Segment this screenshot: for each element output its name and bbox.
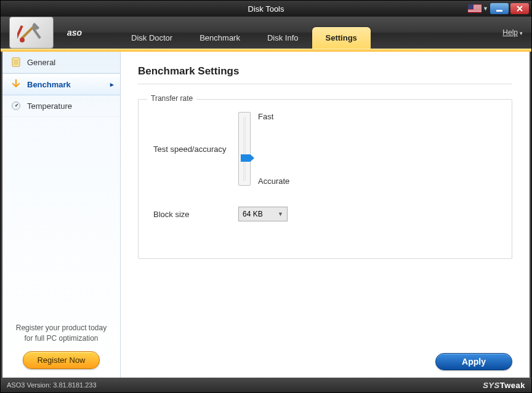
slider-labels: Fast Accurate bbox=[258, 112, 289, 186]
document-icon bbox=[11, 57, 21, 67]
help-link[interactable]: Help▾ bbox=[502, 28, 523, 37]
register-now-button[interactable]: Register Now bbox=[23, 351, 99, 369]
minimize-button[interactable] bbox=[490, 3, 509, 14]
company-logo: SYSTweak bbox=[483, 381, 525, 390]
language-selector[interactable]: ▼ bbox=[468, 4, 488, 13]
slider-thumb[interactable] bbox=[241, 154, 254, 162]
help-label: Help bbox=[502, 28, 518, 37]
close-icon bbox=[517, 6, 523, 12]
logo-area bbox=[1, 17, 62, 49]
slider-groove bbox=[243, 116, 246, 181]
status-bar: ASO3 Version: 3.81.8181.233 SYSTweak bbox=[1, 378, 531, 392]
chevron-down-icon: ▼ bbox=[278, 211, 283, 217]
apply-button[interactable]: Apply bbox=[435, 353, 512, 370]
sidebar-item-label: Temperature bbox=[27, 101, 72, 111]
flag-us-icon bbox=[468, 4, 482, 13]
block-size-select[interactable]: 64 KB ▼ bbox=[238, 207, 288, 221]
tools-icon bbox=[17, 20, 46, 45]
gauge-icon bbox=[11, 101, 21, 111]
slider-label-top: Fast bbox=[258, 112, 289, 121]
block-size-value: 64 KB bbox=[243, 210, 263, 218]
sidebar-item-label: General bbox=[27, 58, 55, 67]
group-title: Transfer rate bbox=[147, 94, 196, 103]
tab-benchmark[interactable]: Benchmark bbox=[186, 27, 254, 49]
speed-slider[interactable]: Fast Accurate bbox=[238, 112, 289, 186]
svg-point-1 bbox=[20, 38, 25, 42]
app-logo bbox=[9, 17, 54, 49]
version-text: ASO3 Version: 3.81.8181.233 bbox=[7, 381, 97, 389]
tab-disk-info[interactable]: Disk Info bbox=[254, 27, 312, 49]
transfer-rate-group: Transfer rate Test speed/accuracy Fast A… bbox=[138, 99, 512, 259]
sidebar-cta: Register your product today for full PC … bbox=[2, 314, 120, 378]
brand-text: aso bbox=[67, 28, 82, 38]
test-speed-label: Test speed/accuracy bbox=[153, 145, 238, 154]
window-title: Disk Tools bbox=[248, 4, 284, 14]
block-size-label: Block size bbox=[153, 210, 238, 219]
sidebar: General Benchmark Temperature Register y… bbox=[2, 52, 121, 378]
chevron-down-icon: ▼ bbox=[483, 6, 488, 12]
main-panel: Benchmark Settings Transfer rate Test sp… bbox=[121, 52, 530, 378]
close-button[interactable] bbox=[510, 3, 529, 14]
slider-label-bottom: Accurate bbox=[258, 177, 289, 186]
sidebar-item-label: Benchmark bbox=[27, 80, 71, 89]
block-size-row: Block size 64 KB ▼ bbox=[153, 207, 497, 221]
page-title: Benchmark Settings bbox=[138, 65, 512, 77]
chevron-down-icon: ▾ bbox=[520, 30, 523, 36]
tab-disk-doctor[interactable]: Disk Doctor bbox=[118, 27, 186, 49]
divider bbox=[138, 84, 512, 84]
titlebar-controls: ▼ bbox=[468, 3, 531, 14]
body: General Benchmark Temperature Register y… bbox=[1, 52, 531, 378]
app-window: Disk Tools ▼ aso bbox=[0, 0, 532, 393]
arrow-down-icon bbox=[11, 79, 21, 89]
sidebar-item-benchmark[interactable]: Benchmark bbox=[2, 73, 120, 95]
tab-settings[interactable]: Settings bbox=[312, 27, 371, 49]
svg-point-9 bbox=[15, 105, 17, 106]
tabs: Disk Doctor Benchmark Disk Info Settings bbox=[118, 27, 371, 49]
header: aso Disk Doctor Benchmark Disk Info Sett… bbox=[1, 17, 531, 49]
test-speed-row: Test speed/accuracy Fast Accurate bbox=[153, 112, 497, 186]
sidebar-item-general[interactable]: General bbox=[2, 52, 120, 73]
sidebar-item-temperature[interactable]: Temperature bbox=[2, 95, 120, 117]
cta-text: Register your product today for full PC … bbox=[11, 323, 111, 344]
slider-track[interactable] bbox=[238, 112, 251, 186]
title-bar: Disk Tools ▼ bbox=[1, 1, 531, 17]
